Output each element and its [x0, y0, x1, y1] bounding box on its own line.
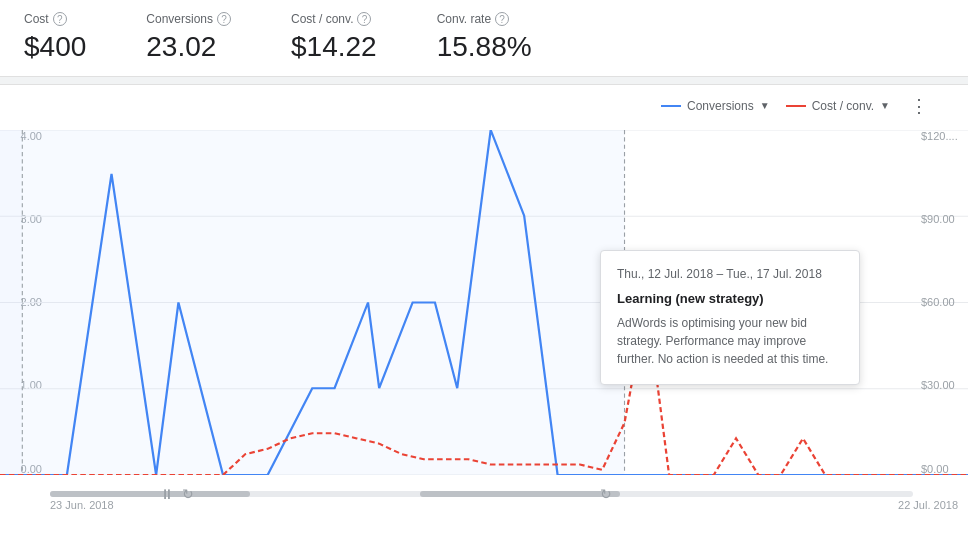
legend-conversions-label: Conversions: [687, 99, 754, 113]
y-right-label-0: $0.00: [921, 463, 949, 475]
metric-conversions-label: Conversions ?: [146, 12, 231, 26]
cost-help-icon[interactable]: ?: [53, 12, 67, 26]
conversions-help-icon[interactable]: ?: [217, 12, 231, 26]
top-scrollbar[interactable]: [0, 77, 968, 85]
legend-cost-conv-line: [786, 105, 806, 107]
legend-conversions-line: [661, 105, 681, 107]
refresh-icon-left[interactable]: ↻: [182, 486, 194, 502]
refresh-icon-right[interactable]: ↻: [600, 486, 612, 502]
pause-icon[interactable]: ⏸: [160, 486, 174, 502]
y-right-label-3: $90.00: [921, 213, 955, 225]
chart-tooltip: Thu., 12 Jul. 2018 – Tue., 17 Jul. 2018 …: [600, 250, 860, 385]
legend-conversions[interactable]: Conversions ▼: [661, 99, 770, 113]
conversions-dropdown-icon[interactable]: ▼: [760, 100, 770, 111]
chart-scrollbar[interactable]: [50, 491, 913, 497]
cost-conv-help-icon[interactable]: ?: [357, 12, 371, 26]
legend-cost-conv[interactable]: Cost / conv. ▼: [786, 99, 890, 113]
metric-cost-conv-label: Cost / conv. ?: [291, 12, 377, 26]
legend-cost-conv-label: Cost / conv.: [812, 99, 874, 113]
metric-cost-conv-value: $14.22: [291, 30, 377, 64]
scrollbar-thumb-right[interactable]: [420, 491, 620, 497]
conv-rate-help-icon[interactable]: ?: [495, 12, 509, 26]
metric-conv-rate-label: Conv. rate ?: [437, 12, 532, 26]
y-right-label-1: $30.00: [921, 379, 955, 391]
metric-cost-value: $400: [24, 30, 86, 64]
y-axis-right: $120.... $90.00 $60.00 $30.00 $0.00: [913, 130, 968, 475]
metric-cost: Cost ? $400: [24, 12, 86, 64]
y-right-label-4: $120....: [921, 130, 958, 142]
legend-more-icon[interactable]: ⋮: [910, 95, 928, 117]
chart-legend: Conversions ▼ Cost / conv. ▼ ⋮: [661, 95, 928, 117]
tooltip-date: Thu., 12 Jul. 2018 – Tue., 17 Jul. 2018: [617, 267, 843, 281]
tooltip-body: AdWords is optimising your new bid strat…: [617, 314, 843, 368]
metric-cost-conv: Cost / conv. ? $14.22: [291, 12, 377, 64]
y-right-label-2: $60.00: [921, 296, 955, 308]
cost-conv-dropdown-icon[interactable]: ▼: [880, 100, 890, 111]
metric-conv-rate-value: 15.88%: [437, 30, 532, 64]
scrollbar-thumb-left[interactable]: [50, 491, 250, 497]
metric-conv-rate: Conv. rate ? 15.88%: [437, 12, 532, 64]
metric-cost-label: Cost ?: [24, 12, 86, 26]
tooltip-title: Learning (new strategy): [617, 291, 843, 306]
metric-conversions-value: 23.02: [146, 30, 231, 64]
metric-conversions: Conversions ? 23.02: [146, 12, 231, 64]
chart-container: Conversions ▼ Cost / conv. ▼ ⋮ 4.00 3.00…: [0, 85, 968, 515]
x-axis-end: 22 Jul. 2018: [898, 499, 958, 511]
metrics-bar: Cost ? $400 Conversions ? 23.02 Cost / c…: [0, 0, 968, 77]
x-axis-start: 23 Jun. 2018: [50, 499, 114, 511]
svg-rect-5: [0, 130, 22, 475]
